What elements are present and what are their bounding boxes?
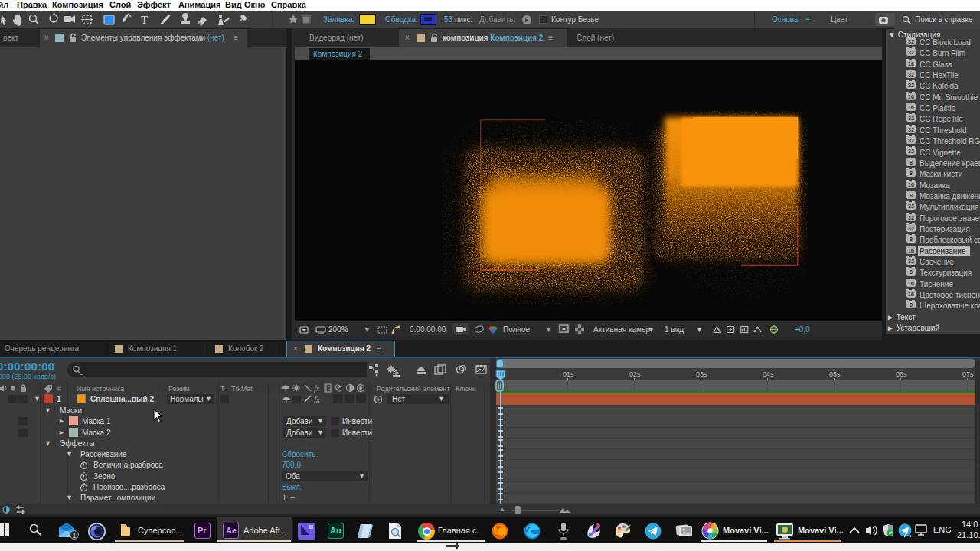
svg-text:T: T [141, 14, 148, 26]
svg-text:fx: fx [314, 395, 320, 403]
svg-text:fx: fx [314, 384, 320, 393]
svg-text:1: 1 [73, 532, 77, 540]
